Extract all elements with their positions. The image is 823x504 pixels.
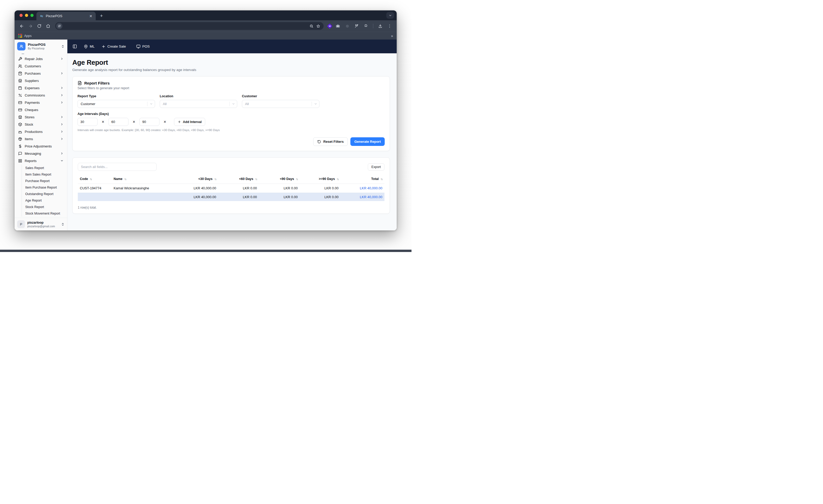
location-filter-label: Location	[160, 95, 237, 98]
extension-passwords-icon[interactable]	[353, 22, 360, 30]
sort-icon: ↑↓	[214, 177, 216, 180]
browser-tabstrip: PixzarPOS ✕ +	[15, 10, 397, 20]
table-row[interactable]: CUST-194774 Kamal Wickramasinghe LKR 40,…	[78, 184, 384, 193]
extension-dimmed-icon[interactable]	[343, 22, 351, 30]
sidebar-item-suppliers[interactable]: Suppliers	[16, 77, 65, 84]
customer-select[interactable]: All	[242, 100, 319, 108]
generate-report-button[interactable]: Generate Report	[350, 137, 385, 146]
page-title: Age Report	[72, 58, 390, 66]
submenu-age-report[interactable]: Age Report	[25, 197, 65, 204]
sidebar-item-repair-jobs[interactable]: Repair Jobs	[16, 55, 65, 62]
column-header-gte90[interactable]: >=90 Days↑↓	[300, 174, 341, 184]
submenu-item-purchase-report[interactable]: Item Purchase Report	[25, 184, 65, 191]
column-header-code[interactable]: Code↑↓	[78, 174, 112, 184]
sidebar-item-items[interactable]: Items	[16, 135, 65, 143]
column-header-name[interactable]: Name↑↓	[112, 174, 177, 184]
apps-grid-icon	[18, 34, 22, 38]
tab-favicon-icon	[39, 14, 44, 18]
submenu-stock-report[interactable]: Stock Report	[25, 204, 65, 210]
minimize-window-button[interactable]	[25, 14, 28, 17]
browser-menu-button[interactable]: ⋮	[386, 22, 393, 30]
extension-camera-icon[interactable]	[334, 22, 342, 30]
box-icon	[18, 123, 22, 126]
workspace-switcher[interactable]: PixzarPOS By Pixzarloop	[15, 39, 67, 52]
location-selector[interactable]: ML	[84, 44, 95, 49]
create-sale-button[interactable]: Create Sale	[102, 44, 126, 49]
sidebar-item-customers[interactable]: Customers	[16, 62, 65, 70]
chevron-right-icon	[60, 57, 63, 60]
column-header-total[interactable]: Total↑↓	[340, 174, 384, 184]
sidebar-item-reports[interactable]: Reports	[16, 157, 65, 164]
forward-button[interactable]	[26, 22, 34, 30]
extension-w-icon[interactable]: W	[327, 23, 332, 29]
bookmarks-apps-label[interactable]: Apps	[24, 34, 32, 38]
sidebar-item-price-adjustments[interactable]: Price Adjustments	[16, 143, 65, 150]
bookmark-star-icon[interactable]	[315, 23, 322, 29]
interval-input-1[interactable]	[77, 118, 98, 126]
tab-close-icon[interactable]: ✕	[89, 14, 93, 18]
report-type-select[interactable]: Customer	[77, 100, 155, 108]
downloads-button[interactable]	[376, 22, 384, 30]
browser-toolbar: W ⋮	[15, 20, 397, 32]
cell-gte90: LKR 0.00	[300, 184, 341, 193]
sidebar-item-stores[interactable]: Stores	[16, 113, 65, 121]
column-header-lt60[interactable]: <60 Days↑↓	[218, 174, 259, 184]
tab-search-menu-button[interactable]	[386, 12, 394, 19]
sidebar-item-commissions[interactable]: Commissions	[16, 92, 65, 99]
close-window-button[interactable]	[19, 14, 23, 17]
search-input[interactable]	[78, 163, 157, 171]
sidebar-item-cheques[interactable]: Cheques	[16, 106, 65, 113]
sidebar-item-payments[interactable]: Payments	[16, 99, 65, 106]
chevron-down-icon	[148, 102, 155, 106]
chevron-right-icon	[60, 87, 63, 90]
filters-subtitle: Select filters to generate your report	[77, 87, 385, 90]
add-interval-button[interactable]: Add Interval	[174, 118, 205, 126]
remove-interval-icon[interactable]: ✕	[98, 120, 109, 124]
site-settings-icon[interactable]	[56, 23, 62, 29]
submenu-item-sales-report[interactable]: Item Sales Report	[25, 171, 65, 178]
zoom-window-button[interactable]	[30, 14, 33, 17]
sidebar-item-purchases[interactable]: Purchases	[16, 70, 65, 77]
new-tab-button[interactable]: +	[98, 13, 105, 19]
intervals-hint: Intervals will create age buckets. Examp…	[77, 129, 385, 132]
submenu-outstanding-report[interactable]: Outstanding Report	[25, 191, 65, 197]
sidebar-toggle-button[interactable]	[72, 44, 77, 49]
remove-interval-icon[interactable]: ✕	[159, 120, 170, 124]
user-menu[interactable]: P pixzarloop pixzarloop@gmail.com	[15, 218, 67, 230]
column-header-lt30[interactable]: <30 Days↑↓	[177, 174, 218, 184]
report-table-card: Export Code↑↓ Name↑↓ <30 Days↑↓	[72, 157, 390, 214]
bookmarks-bar: Apps »	[15, 32, 397, 39]
browser-tab-active[interactable]: PixzarPOS ✕	[36, 12, 96, 20]
background-window-edge	[0, 249, 412, 252]
remove-interval-icon[interactable]: ✕	[129, 120, 139, 124]
totals-total: LKR 40,000.00	[340, 193, 384, 201]
zoom-page-icon[interactable]	[308, 23, 315, 29]
chevrons-up-down-icon	[61, 45, 64, 48]
pos-button[interactable]: POS	[136, 44, 150, 49]
submenu-purchase-report[interactable]: Purchase Report	[25, 178, 65, 184]
home-button[interactable]	[44, 22, 52, 30]
bookmarks-overflow-chevrons[interactable]: »	[391, 34, 393, 38]
age-report-table: Code↑↓ Name↑↓ <30 Days↑↓ <60 Days↑↓ <90 …	[78, 174, 384, 201]
back-button[interactable]	[18, 22, 25, 30]
export-button[interactable]: Export	[368, 163, 384, 171]
clipped-nav-item	[22, 53, 24, 54]
reset-filters-button[interactable]: Reset Filters	[313, 137, 348, 146]
location-select[interactable]: All	[160, 100, 237, 108]
submenu-sales-report[interactable]: Sales Report	[25, 165, 65, 171]
address-bar[interactable]	[55, 22, 324, 30]
column-header-lt90[interactable]: <90 Days↑↓	[259, 174, 300, 184]
sidebar-item-productions[interactable]: Productions	[16, 128, 65, 135]
chevron-right-icon	[60, 72, 63, 75]
cell-total-link[interactable]: LKR 40,000.00	[340, 184, 384, 193]
interval-input-2[interactable]	[109, 118, 129, 126]
extensions-puzzle-icon[interactable]	[362, 22, 370, 30]
plus-icon	[102, 44, 106, 49]
interval-input-3[interactable]	[139, 118, 159, 126]
sidebar-item-messaging[interactable]: Messaging	[16, 150, 65, 157]
sidebar-item-stock[interactable]: Stock	[16, 121, 65, 128]
submenu-stock-movement-report[interactable]: Stock Movement Report	[25, 210, 65, 217]
sidebar-item-expenses[interactable]: Expenses	[16, 84, 65, 92]
reload-button[interactable]	[35, 22, 43, 30]
panel-left-icon	[72, 44, 77, 49]
